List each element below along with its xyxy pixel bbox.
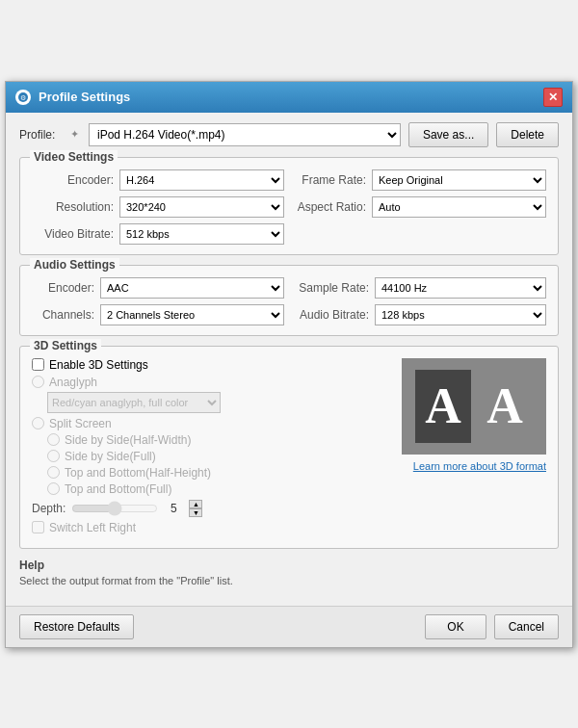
- aa-right: A: [477, 370, 533, 443]
- video-settings-grid: Encoder: H.264 Frame Rate: Keep Original…: [32, 169, 546, 245]
- encoder-label: Encoder:: [32, 173, 114, 187]
- audio-settings-section: Audio Settings Encoder: AAC Sample Rate:…: [19, 265, 559, 336]
- switch-lr-label: Switch Left Right: [49, 521, 136, 534]
- audio-encoder-label: Encoder:: [32, 281, 94, 295]
- frame-rate-select[interactable]: Keep Original: [372, 169, 546, 191]
- option3-radio[interactable]: [47, 466, 60, 479]
- aspect-ratio-field: Aspect Ratio: Auto: [294, 196, 546, 218]
- video-settings-section: Video Settings Encoder: H.264 Frame Rate…: [19, 157, 559, 255]
- option3-row: Top and Bottom(Half-Height): [47, 466, 392, 480]
- audio-settings-title: Audio Settings: [30, 258, 119, 272]
- anaglyph-row: Anaglyph: [32, 376, 392, 389]
- anaglyph-select-row: Red/cyan anaglyph, full color: [32, 392, 392, 417]
- option4-label: Top and Bottom(Full): [65, 482, 171, 496]
- switch-lr-checkbox[interactable]: [32, 521, 44, 533]
- help-title: Help: [19, 559, 559, 572]
- bottom-bar: Restore Defaults OK Cancel: [6, 606, 572, 647]
- frame-rate-label: Frame Rate:: [294, 173, 366, 187]
- option2-label: Side by Side(Full): [65, 450, 156, 463]
- title-bar: ⚙ Profile Settings ✕: [6, 82, 572, 113]
- depth-up-button[interactable]: ▲: [189, 500, 202, 508]
- encoder-select[interactable]: H.264: [119, 169, 284, 191]
- depth-label: Depth:: [32, 502, 66, 515]
- anaglyph-radio[interactable]: [32, 376, 44, 388]
- title-bar-left: ⚙ Profile Settings: [15, 90, 130, 105]
- aa-inner: A A: [415, 370, 533, 443]
- audio-encoder-field: Encoder: AAC: [32, 277, 284, 299]
- enable-3d-row: Enable 3D Settings: [32, 358, 392, 372]
- encoder-field: Encoder: H.264: [32, 169, 284, 191]
- video-bitrate-field: Video Bitrate: 512 kbps: [32, 223, 284, 245]
- help-section: Help Select the output format from the "…: [19, 559, 559, 586]
- aspect-ratio-label: Aspect Ratio:: [294, 200, 366, 214]
- threed-left: Enable 3D Settings Anaglyph Red/cyan ana…: [32, 358, 392, 538]
- depth-spinner: ▲ ▼: [189, 500, 202, 517]
- aa-preview: A A: [402, 358, 546, 455]
- enable-3d-checkbox[interactable]: [32, 358, 44, 371]
- threed-settings-title: 3D Settings: [30, 339, 101, 352]
- sample-rate-label: Sample Rate:: [294, 281, 369, 295]
- profile-label: Profile:: [19, 128, 63, 142]
- depth-slider[interactable]: [71, 501, 158, 516]
- channels-label: Channels:: [32, 308, 94, 322]
- threed-settings-section: 3D Settings Enable 3D Settings Anaglyph: [19, 346, 559, 549]
- switch-left-right-row: Switch Left Right: [32, 521, 392, 534]
- anaglyph-label: Anaglyph: [49, 376, 97, 389]
- split-screen-label: Split Screen: [49, 417, 112, 430]
- ok-button[interactable]: OK: [425, 614, 486, 639]
- option2-row: Side by Side(Full): [47, 450, 392, 463]
- video-settings-title: Video Settings: [30, 150, 118, 164]
- option4-row: Top and Bottom(Full): [47, 482, 392, 496]
- help-text: Select the output format from the "Profi…: [19, 575, 559, 586]
- threed-right: A A Learn more about 3D format: [402, 358, 546, 538]
- audio-settings-grid: Encoder: AAC Sample Rate: 44100 Hz Chann…: [32, 277, 546, 325]
- enable-3d-label: Enable 3D Settings: [49, 358, 148, 372]
- app-icon: ⚙: [15, 90, 31, 105]
- profile-flag: ✦: [70, 128, 79, 141]
- learn-more-link[interactable]: Learn more about 3D format: [402, 460, 546, 472]
- profile-select[interactable]: iPod H.264 Video(*.mp4): [89, 123, 401, 146]
- split-screen-radio[interactable]: [32, 417, 44, 429]
- dialog-window: ⚙ Profile Settings ✕ Profile: ✦ iPod H.2…: [5, 81, 573, 648]
- save-as-button[interactable]: Save as...: [408, 122, 488, 147]
- restore-defaults-button[interactable]: Restore Defaults: [19, 614, 134, 639]
- anaglyph-select[interactable]: Red/cyan anaglyph, full color: [47, 392, 221, 413]
- profile-row: Profile: ✦ iPod H.264 Video(*.mp4) Save …: [19, 122, 559, 147]
- sample-rate-select[interactable]: 44100 Hz: [375, 277, 546, 299]
- dialog-body: Profile: ✦ iPod H.264 Video(*.mp4) Save …: [6, 113, 572, 606]
- resolution-select[interactable]: 320*240: [119, 196, 284, 218]
- option2-radio[interactable]: [47, 450, 60, 462]
- frame-rate-field: Frame Rate: Keep Original: [294, 169, 546, 191]
- bottom-right-buttons: OK Cancel: [425, 614, 559, 639]
- cancel-button[interactable]: Cancel: [494, 614, 559, 639]
- audio-bitrate-select[interactable]: 128 kbps: [375, 304, 546, 325]
- option1-label: Side by Side(Half-Width): [65, 433, 191, 447]
- channels-field: Channels: 2 Channels Stereo: [32, 304, 284, 325]
- close-button[interactable]: ✕: [543, 88, 563, 107]
- option3-label: Top and Bottom(Half-Height): [65, 466, 211, 480]
- delete-button[interactable]: Delete: [496, 122, 559, 147]
- aspect-ratio-select[interactable]: Auto: [372, 196, 546, 218]
- svg-text:⚙: ⚙: [20, 94, 26, 101]
- option1-row: Side by Side(Half-Width): [47, 433, 392, 447]
- depth-down-button[interactable]: ▼: [189, 508, 202, 517]
- depth-row: Depth: 5 ▲ ▼: [32, 500, 392, 517]
- audio-encoder-select[interactable]: AAC: [100, 277, 284, 299]
- video-bitrate-label: Video Bitrate:: [32, 227, 114, 241]
- resolution-label: Resolution:: [32, 200, 114, 214]
- audio-bitrate-label: Audio Bitrate:: [294, 308, 369, 322]
- option1-radio[interactable]: [47, 433, 60, 446]
- split-screen-row: Split Screen: [32, 417, 392, 430]
- sample-rate-field: Sample Rate: 44100 Hz: [294, 277, 546, 299]
- option4-radio[interactable]: [47, 482, 60, 495]
- depth-value: 5: [164, 502, 183, 515]
- dialog-title: Profile Settings: [39, 90, 130, 104]
- audio-bitrate-field: Audio Bitrate: 128 kbps: [294, 304, 546, 325]
- resolution-field: Resolution: 320*240: [32, 196, 284, 218]
- channels-select[interactable]: 2 Channels Stereo: [100, 304, 284, 325]
- video-bitrate-select[interactable]: 512 kbps: [119, 223, 284, 245]
- aa-left: A: [415, 370, 471, 443]
- threed-content: Enable 3D Settings Anaglyph Red/cyan ana…: [32, 358, 546, 538]
